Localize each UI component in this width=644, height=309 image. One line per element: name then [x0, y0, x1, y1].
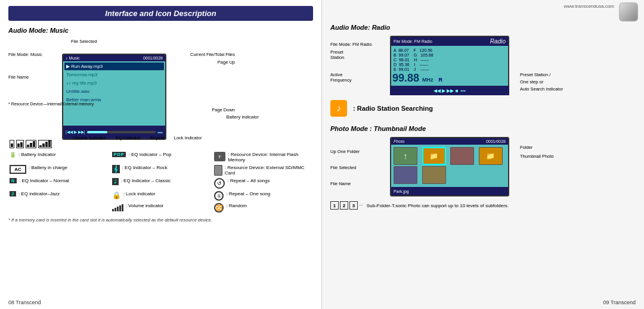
random-label: : Random — [226, 203, 247, 208]
battery-charge-icon: AC — [10, 165, 26, 174]
repeat-label: Repeat — [150, 135, 165, 141]
radio-bottom-bar: ◀◀ ▶ ▶▶ ■ ▪▪▪ — [390, 86, 509, 95]
battery-indicator-icon: 🔋 — [10, 152, 16, 158]
footer-left: 08 Transcend — [8, 299, 41, 305]
resource-sd-icon — [214, 165, 222, 176]
number-badges: 1 2 3 ... — [330, 201, 363, 210]
badge-2: 2 — [340, 201, 348, 210]
radio-active-freq-label: Active Frequency — [330, 72, 384, 83]
eq-classic-label: : EQ Indicator – Classic — [121, 178, 171, 183]
battery-indicator-item: 🔋 : Battery Indicator — [10, 152, 107, 163]
photo-thumb-folder: 📁 — [422, 147, 446, 165]
file-mode-label: File Mode: Music — [8, 52, 42, 57]
right-panel: www.transcendusa.com Audio Mode: Radio F… — [322, 0, 644, 309]
radio-file-mode-header: File Mode: FM Radio — [394, 39, 432, 43]
eq-jazz-item: J : EQ indicator–Jazz — [10, 191, 107, 201]
preset-row: D 95.36 I ------ — [394, 63, 434, 67]
photo-filename: Park.jpg — [394, 189, 409, 193]
active-frequency-display: 99.88 MHz R — [392, 72, 442, 85]
repeat-all-item: ↺ : Repeat – All songs — [214, 178, 312, 189]
mhz-label: MHz — [422, 77, 434, 83]
repeat-one-item: ① : Repeat – One song — [214, 191, 312, 201]
preset-table: A 88.07 F 120.56 B 99.07 G 105.88 C 99.0… — [394, 48, 434, 72]
file-counter: 0001/0028 — [143, 56, 163, 60]
radio-screen-wrap: File Mode: FM Radio Radio A 88.07 F 120.… — [390, 36, 509, 95]
battery-seg-3 — [26, 140, 36, 148]
volume-icon — [112, 203, 123, 211]
current-file-label: Current File/Total Files — [190, 52, 235, 57]
volume-indicator-item-label: : Volume indicator — [126, 203, 164, 208]
photo-screen-header: Photo 0001/0028 — [391, 138, 508, 145]
file-list: ▶ Run Away.mp3 Tomorrow.mp3 ♪♪ my life.m… — [63, 61, 165, 105]
repeat-one-icon: ① — [214, 191, 224, 201]
preset-row: E 99.01 J ------ — [394, 67, 434, 71]
radio-preset-label: Preset Station — [330, 49, 384, 60]
eq-rock-item: 𝄞 : EQ Indicator – Rock — [112, 165, 210, 176]
audio-music-title: Audio Mode: Music — [8, 27, 313, 34]
photo-thumb: ↑ — [394, 147, 417, 165]
battery-charge-label: : Battery in charge — [29, 165, 67, 170]
eq-classic-icon: ♩ — [112, 178, 119, 185]
eq-rock-label: : EQ Indicator – Rock — [122, 165, 168, 170]
battery-indicator-item-label: : Battery Indicator — [18, 152, 56, 157]
progress-bar — [87, 131, 156, 133]
radio-search-icon: ♪ — [330, 100, 347, 117]
music-screen-header: ♪ Music 0001/0028 — [63, 55, 165, 61]
file-name-label: File Name — [8, 74, 29, 80]
radio-content: A 88.07 F 120.56 B 99.07 G 105.88 C 99.0… — [391, 46, 508, 74]
radio-labels-right: Preset Station / One step or Auto Search… — [520, 36, 592, 95]
file-selected-photo-label: File Selected — [330, 165, 384, 170]
file-name-photo-label: File Name — [330, 181, 384, 186]
photo-screen: Photo 0001/0028 ↑ 📁 📁 Park.jpg — [390, 137, 509, 196]
eq-jazz-label: : EQ indicator–Jazz — [18, 191, 60, 196]
file-item: ▶ Run Away.mp3 — [64, 63, 164, 70]
thumbnail-photo-label: Thumbnail Photo — [520, 152, 574, 161]
random-item: 🔀 : Random — [214, 203, 312, 213]
radio-labels-left: File Mode: FM Radio Preset Station Activ… — [330, 36, 384, 95]
resource-sd-label: : Resource Device: External SD/MMC Card — [225, 165, 312, 176]
left-panel: Interface and Icon Description Audio Mod… — [0, 0, 322, 309]
file-selected-label: File Selected — [71, 39, 97, 44]
file-item: Tomorrow.mp3 — [64, 71, 164, 79]
repeat-all-icon: ↺ — [214, 178, 225, 189]
battery-seg-2 — [16, 140, 24, 148]
preset-row: C 99.01 H ------ — [394, 58, 434, 62]
preset-row: A 88.07 F 120.56 — [394, 48, 434, 52]
lock-icon: 🔒 — [112, 191, 121, 199]
radio-station-searching-label: : Radio Station Searching — [353, 105, 433, 112]
resource-sd-item: : Resource Device: External SD/MMC Card — [214, 165, 312, 176]
radio-battery: ▪▪▪ — [460, 88, 466, 93]
radio-screen-title: Radio — [490, 38, 506, 45]
badge-ellipsis: ... — [359, 201, 363, 210]
folder-label: Folder — [520, 143, 574, 152]
photo-thumb-grid: ↑ 📁 📁 — [391, 145, 508, 186]
eq-pop-label: : EQ Indicator – Pop — [128, 152, 171, 157]
random-icon: 🔀 — [214, 203, 224, 213]
page-down-label: Page Down — [212, 107, 235, 113]
sub-folder-note-row: 1 2 3 ... Sub-Folder-T.sonic Photo can s… — [330, 201, 636, 210]
file-item: Untitle.wav — [64, 88, 164, 95]
battery-seg-1 — [10, 140, 14, 148]
photo-mode-title: Photo Mode : Thumbnail Mode — [330, 125, 636, 132]
lock-label: : Lock indicator — [123, 191, 156, 196]
footer-right: 09 Transcend — [603, 299, 636, 305]
progress-fill — [87, 131, 108, 133]
resource-flash-item: F : Resource Device: Internal Flash Memo… — [214, 152, 312, 163]
volume-indicator-label: Volume Indicator — [73, 135, 106, 141]
photo-thumb — [450, 147, 474, 165]
section-title: Interface and Icon Description — [8, 6, 313, 21]
battery-charge-item: AC : Battery in charge — [10, 165, 107, 176]
eq-pop-icon: POP — [112, 152, 126, 157]
repeat-all-label: : Repeat – All songs — [227, 178, 270, 183]
battery-indicator-right-label: Battery Indicator — [226, 114, 259, 120]
photo-labels-right: Folder Thumbnail Photo — [520, 137, 574, 196]
photo-mode-label: Photo — [394, 139, 404, 143]
repeat-one-label: : Repeat – One song — [226, 191, 270, 196]
audio-radio-title: Audio Mode: Radio — [330, 24, 636, 31]
radio-diagram: File Mode: FM Radio Preset Station Activ… — [330, 36, 636, 95]
lock-indicator-label: Lock Indicator — [174, 135, 202, 141]
photo-counter: 0001/0028 — [486, 139, 506, 143]
badge-1: 1 — [330, 201, 339, 210]
radio-screen-header: File Mode: FM Radio Radio — [391, 37, 508, 46]
photo-diagram-wrapper: Sub-Folder Up One Folder File Selected F… — [330, 137, 636, 196]
